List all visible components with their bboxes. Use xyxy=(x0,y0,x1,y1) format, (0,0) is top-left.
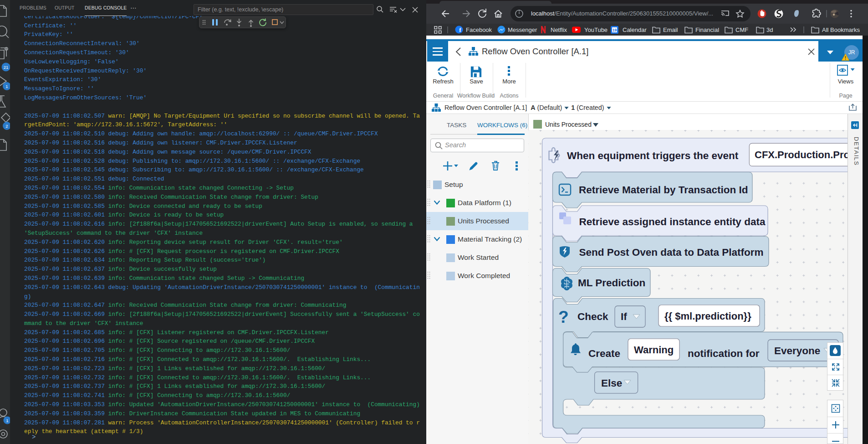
svg-text:Send Post Oven data to Data Pl: Send Post Oven data to Data Platform xyxy=(579,247,764,258)
svg-text:Retrieve assigned instance ent: Retrieve assigned instance entity data xyxy=(579,216,766,227)
svg-text:f: f xyxy=(459,26,461,33)
svg-text:19: 19 xyxy=(613,28,617,32)
svg-text:When equipment triggers the ev: When equipment triggers the event xyxy=(567,150,739,161)
svg-text:21: 21 xyxy=(4,65,9,70)
svg-text:Check: Check xyxy=(577,311,608,322)
svg-text:If: If xyxy=(621,311,627,322)
svg-text:{{ $ml.prediction}}: {{ $ml.prediction}} xyxy=(664,310,751,322)
svg-text:Retrieve Material by Transacti: Retrieve Material by Transaction Id xyxy=(579,184,748,196)
svg-text:notification for: notification for xyxy=(688,348,760,359)
svg-text:Warning: Warning xyxy=(634,344,674,356)
svg-text:CFX.Production.Pro: CFX.Production.Pro xyxy=(755,149,848,160)
svg-text:?: ? xyxy=(558,308,569,326)
svg-text:Create: Create xyxy=(588,348,620,359)
svg-text:!: ! xyxy=(845,56,846,61)
svg-text:Else: Else xyxy=(601,377,622,389)
svg-text:1: 1 xyxy=(6,418,8,423)
svg-text:1: 1 xyxy=(5,84,8,89)
svg-text:ML Prediction: ML Prediction xyxy=(578,277,645,289)
svg-text:Everyone: Everyone xyxy=(774,345,820,356)
svg-text:2: 2 xyxy=(5,124,8,129)
